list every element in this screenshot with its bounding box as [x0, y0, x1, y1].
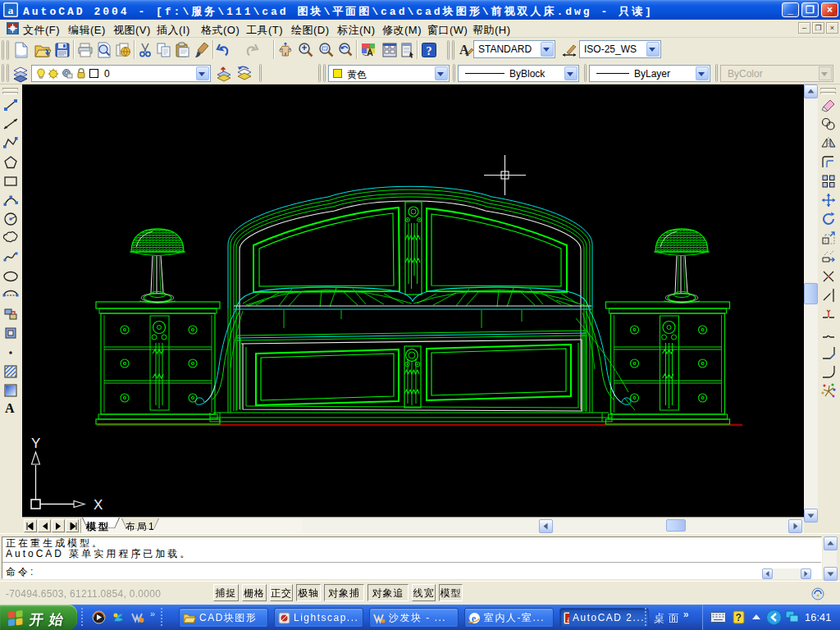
svg-text:?: ? [736, 612, 742, 623]
svg-text:a: a [567, 614, 569, 623]
svg-text:?: ? [427, 45, 432, 57]
svg-text:X: X [94, 497, 103, 513]
svg-text:Y: Y [31, 436, 40, 451]
svg-text:a: a [8, 4, 14, 16]
